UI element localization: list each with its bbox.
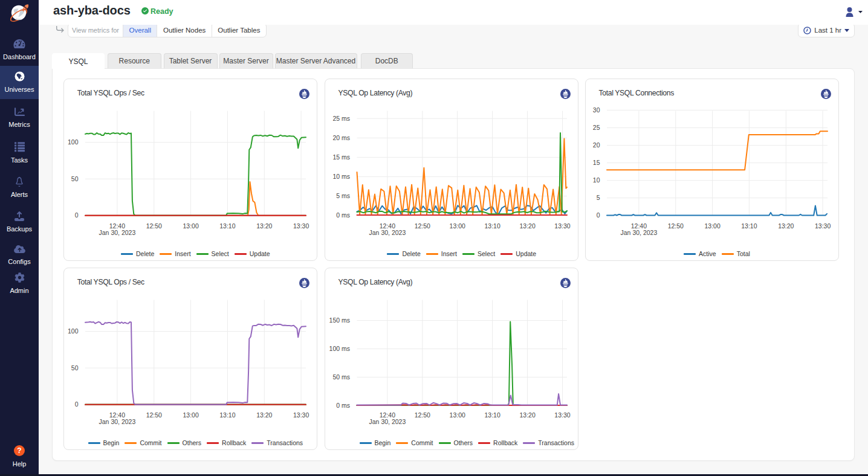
svg-text:20: 20 bbox=[592, 141, 600, 149]
svg-text:50: 50 bbox=[71, 364, 79, 371]
svg-text:0 ms: 0 ms bbox=[336, 212, 350, 219]
svg-text:10: 10 bbox=[592, 177, 600, 184]
svg-text:13:10: 13:10 bbox=[219, 411, 235, 419]
svg-text:?: ? bbox=[17, 446, 21, 455]
svg-text:20 ms: 20 ms bbox=[332, 134, 350, 141]
svg-text:12:50: 12:50 bbox=[414, 222, 430, 230]
svg-text:13:20: 13:20 bbox=[778, 222, 794, 230]
svg-text:Jan 30, 2023: Jan 30, 2023 bbox=[620, 229, 657, 236]
svg-text:12:50: 12:50 bbox=[667, 222, 683, 230]
svg-text:13:20: 13:20 bbox=[519, 411, 535, 419]
svg-text:13:00: 13:00 bbox=[183, 411, 198, 419]
svg-text:10 ms: 10 ms bbox=[332, 173, 350, 180]
svg-text:13:10: 13:10 bbox=[484, 222, 500, 230]
svg-text:13:30: 13:30 bbox=[554, 222, 570, 230]
svg-text:13:00: 13:00 bbox=[183, 222, 198, 230]
svg-text:5: 5 bbox=[596, 195, 600, 202]
svg-text:13:10: 13:10 bbox=[484, 411, 500, 419]
svg-text:13:00: 13:00 bbox=[449, 222, 465, 230]
svg-text:0 ms: 0 ms bbox=[336, 402, 350, 409]
svg-text:0: 0 bbox=[74, 401, 78, 408]
svg-text:50: 50 bbox=[71, 175, 79, 182]
svg-text:13:30: 13:30 bbox=[554, 411, 570, 419]
svg-text:12:50: 12:50 bbox=[146, 411, 161, 419]
svg-text:13:10: 13:10 bbox=[741, 222, 757, 230]
svg-text:50 ms: 50 ms bbox=[332, 373, 350, 381]
svg-text:5 ms: 5 ms bbox=[336, 193, 350, 200]
svg-text:0: 0 bbox=[74, 212, 78, 219]
svg-text:100: 100 bbox=[68, 138, 79, 146]
svg-text:13:30: 13:30 bbox=[814, 222, 830, 230]
svg-text:12:50: 12:50 bbox=[414, 411, 430, 419]
svg-text:Jan 30, 2023: Jan 30, 2023 bbox=[99, 418, 135, 425]
svg-text:15 ms: 15 ms bbox=[332, 153, 350, 161]
svg-text:100 ms: 100 ms bbox=[329, 345, 349, 352]
svg-text:100: 100 bbox=[68, 327, 79, 335]
svg-text:30: 30 bbox=[592, 106, 600, 114]
svg-text:Jan 30, 2023: Jan 30, 2023 bbox=[369, 418, 406, 425]
svg-text:13:00: 13:00 bbox=[704, 222, 720, 230]
svg-text:Jan 30, 2023: Jan 30, 2023 bbox=[99, 229, 135, 236]
svg-text:Jan 30, 2023: Jan 30, 2023 bbox=[369, 229, 406, 236]
svg-text:15: 15 bbox=[592, 159, 600, 166]
svg-text:13:20: 13:20 bbox=[256, 411, 272, 419]
svg-text:13:30: 13:30 bbox=[293, 222, 309, 230]
svg-text:13:10: 13:10 bbox=[219, 222, 235, 230]
svg-text:25: 25 bbox=[592, 124, 600, 131]
svg-text:13:30: 13:30 bbox=[293, 411, 309, 419]
svg-text:25 ms: 25 ms bbox=[332, 115, 350, 122]
svg-text:150 ms: 150 ms bbox=[329, 317, 349, 324]
svg-text:0: 0 bbox=[596, 212, 600, 219]
svg-text:13:00: 13:00 bbox=[449, 411, 465, 419]
svg-text:13:20: 13:20 bbox=[256, 222, 272, 230]
svg-text:13:20: 13:20 bbox=[519, 222, 535, 230]
svg-text:12:50: 12:50 bbox=[146, 222, 161, 230]
